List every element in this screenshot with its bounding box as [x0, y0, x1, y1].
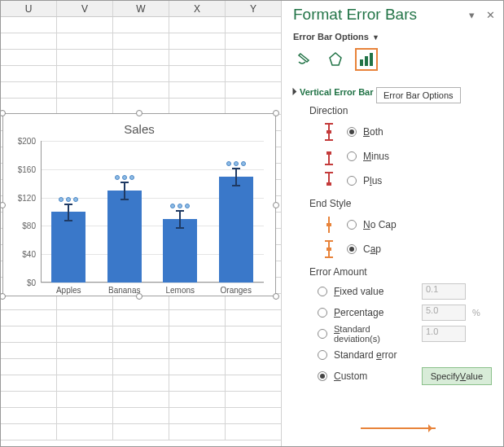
resize-handle[interactable] [273, 202, 279, 208]
radio-label: Standard error [334, 350, 415, 361]
error-amount-label: Error Amount [282, 261, 503, 281]
direction-both-option[interactable]: Both [282, 120, 503, 144]
direction-minus-option[interactable]: Minus [282, 144, 503, 169]
y-tick-label: $40 [8, 250, 36, 259]
radio-label: Plus [363, 175, 382, 186]
fill-line-icon[interactable] [293, 48, 316, 71]
fixed-value-input[interactable]: 0.1 [422, 283, 466, 300]
radio-label: Cap [363, 243, 381, 255]
col-header-x[interactable]: X [169, 1, 226, 16]
stddev-input[interactable]: 1.0 [422, 326, 466, 342]
specify-value-button[interactable]: Specify Value [422, 367, 492, 385]
x-tick-label: Apples [51, 286, 85, 295]
bar-chart-options-icon[interactable] [355, 48, 378, 71]
y-tick-label: $200 [8, 137, 36, 146]
y-tick-label: $160 [8, 164, 36, 173]
percentage-input[interactable]: 5.0 [422, 305, 466, 321]
close-icon[interactable]: ✕ [486, 9, 495, 21]
amount-custom-option[interactable]: Custom Specify Value [311, 366, 503, 387]
svg-rect-2 [365, 56, 368, 66]
radio-icon [318, 287, 327, 296]
svg-rect-19 [327, 248, 331, 251]
svg-rect-3 [370, 53, 373, 66]
cap-icon [318, 239, 340, 259]
svg-rect-15 [327, 223, 331, 226]
radio-label: Custom [334, 371, 415, 382]
effects-icon[interactable] [324, 48, 347, 71]
both-icon [318, 122, 340, 142]
col-header-v[interactable]: V [57, 1, 113, 16]
resize-handle[interactable] [273, 293, 279, 300]
svg-marker-0 [330, 53, 341, 65]
percent-sign: % [472, 308, 480, 318]
resize-handle[interactable] [273, 110, 279, 116]
amount-stderr-option[interactable]: Standard error [311, 344, 503, 366]
radio-label: Fixed value [334, 287, 415, 297]
direction-plus-option[interactable]: Plus [282, 169, 503, 193]
amount-fixed-option[interactable]: Fixed value 0.1 [311, 281, 503, 302]
endstyle-label: End Style [282, 193, 503, 213]
column-headers: U V W X Y [1, 1, 282, 17]
resize-handle[interactable] [136, 110, 142, 116]
amount-stddev-option[interactable]: Standarddeviation(s) 1.0 [311, 323, 503, 344]
nocap-icon [318, 215, 340, 234]
pane-title: Format Error Bars [293, 6, 417, 24]
col-header-w[interactable]: W [113, 1, 169, 16]
plus-icon [318, 171, 340, 191]
radio-icon [347, 220, 357, 230]
vertical-error-bar-section[interactable]: Vertical Error Bar [282, 77, 503, 100]
error-bar-options-dropdown[interactable]: Error Bar Options▼ [282, 24, 503, 45]
amount-percentage-option[interactable]: Percentage 5.0 % [311, 302, 503, 323]
chart-title[interactable]: Sales [3, 114, 275, 141]
resize-handle[interactable] [136, 293, 142, 300]
radio-icon [347, 127, 357, 137]
endstyle-cap-option[interactable]: Cap [282, 237, 503, 261]
chart-object[interactable]: Sales $0$40$80$120$160$200 ApplesBananas… [2, 113, 276, 296]
x-tick-label: Lemons [163, 286, 197, 295]
radio-label: No Cap [363, 219, 397, 230]
svg-rect-1 [360, 59, 363, 66]
col-header-y[interactable]: Y [226, 1, 282, 16]
radio-icon [347, 244, 357, 254]
y-tick-label: $80 [8, 221, 36, 230]
svg-rect-7 [327, 130, 331, 134]
annotation-arrow [361, 427, 436, 429]
minus-icon [318, 147, 340, 166]
radio-icon [318, 371, 327, 381]
svg-rect-10 [327, 151, 331, 155]
bar[interactable] [219, 177, 253, 283]
radio-label: Percentage [334, 308, 415, 318]
radio-icon [318, 308, 327, 318]
format-error-bars-pane: Format Error Bars ▾ ✕ Error Bar Options▼… [281, 1, 503, 446]
endstyle-nocap-option[interactable]: No Cap [282, 213, 503, 237]
svg-rect-13 [327, 182, 331, 186]
col-header-u[interactable]: U [1, 1, 57, 16]
radio-label: Minus [363, 151, 389, 162]
radio-icon [347, 151, 357, 161]
bar[interactable] [107, 191, 142, 283]
y-tick-label: $120 [8, 193, 36, 202]
radio-icon [347, 176, 357, 186]
bar[interactable] [51, 212, 85, 283]
radio-label: Standarddeviation(s) [334, 324, 415, 344]
radio-icon [318, 350, 327, 360]
bar[interactable] [163, 219, 197, 283]
radio-label: Both [363, 126, 383, 138]
x-axis-labels: ApplesBananasLemonsOranges [41, 286, 264, 295]
pane-dropdown-icon[interactable]: ▾ [469, 9, 475, 21]
radio-icon [318, 329, 327, 339]
chart-plot-area[interactable]: $0$40$80$120$160$200 [41, 141, 264, 283]
resize-handle[interactable] [0, 202, 6, 208]
y-tick-label: $0 [8, 278, 36, 287]
x-tick-label: Oranges [219, 286, 253, 295]
